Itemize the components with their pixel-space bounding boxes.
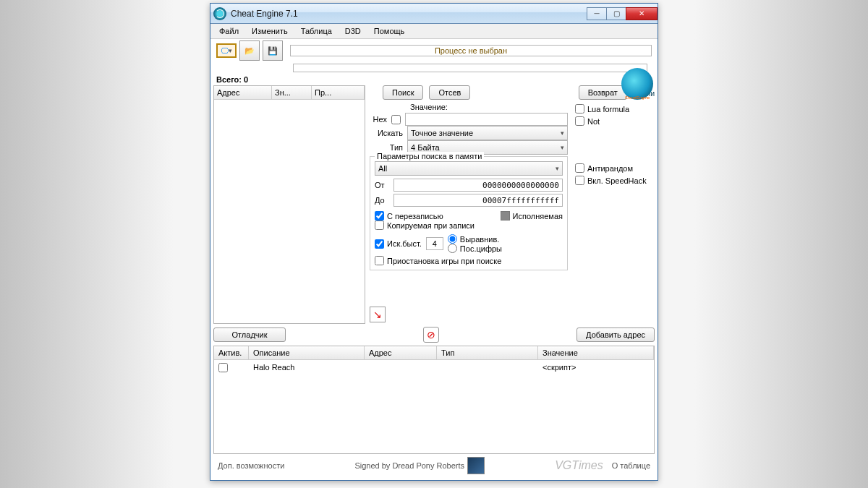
about-table-link[interactable]: О таблице xyxy=(612,461,650,470)
active-checkbox[interactable] xyxy=(218,363,228,372)
col-type[interactable]: Тип xyxy=(437,346,538,359)
add-address-button[interactable]: Добавить адрес xyxy=(576,328,655,342)
alignment-radio[interactable]: Выравнив. xyxy=(448,234,502,244)
table-row[interactable]: Halo Reach <скрипт> xyxy=(214,360,654,377)
results-list[interactable]: Адрес Зн... Пр... xyxy=(213,85,365,324)
from-label: От xyxy=(375,181,389,189)
range-start-input[interactable] xyxy=(393,179,563,192)
maximize-button[interactable]: ▢ xyxy=(606,7,626,20)
memory-scan-options: Параметры поиска в памяти All От До xyxy=(370,156,568,270)
menu-help[interactable]: Помощь xyxy=(368,25,411,37)
menu-table[interactable]: Таблица xyxy=(295,25,338,37)
col-address[interactable]: Адрес xyxy=(214,86,272,99)
menu-d3d[interactable]: D3D xyxy=(339,25,367,37)
row-description[interactable]: Halo Reach xyxy=(249,361,365,375)
first-scan-button[interactable]: Поиск xyxy=(383,85,423,100)
last-digits-radio[interactable]: Пос.цифры xyxy=(448,244,502,253)
folder-icon: 📂 xyxy=(244,46,255,56)
range-end-input[interactable] xyxy=(393,194,563,207)
col-addr[interactable]: Адрес xyxy=(365,346,437,359)
debugger-button[interactable]: Отладчик xyxy=(213,328,286,342)
scan-type-select[interactable]: Точное значение xyxy=(407,126,568,140)
save-button[interactable]: 💾 xyxy=(263,40,283,61)
app-icon xyxy=(213,7,226,20)
unrandomizer-checkbox[interactable]: Антирандом xyxy=(575,163,655,173)
value-label: Значение: xyxy=(370,103,568,111)
row-type[interactable] xyxy=(437,361,538,375)
region-select[interactable]: All xyxy=(375,161,563,176)
add-to-list-button[interactable]: ↘ xyxy=(370,307,386,322)
row-address[interactable] xyxy=(365,361,437,375)
minimize-button[interactable]: ─ xyxy=(587,7,607,20)
not-checkbox[interactable]: Not xyxy=(575,116,655,126)
advanced-options-link[interactable]: Доп. возможности xyxy=(218,461,284,470)
select-process-button[interactable]: 🖵 xyxy=(216,43,237,58)
copy-on-write-checkbox[interactable]: Копируемая при записи xyxy=(375,221,563,230)
menubar: Файл Изменить Таблица D3D Помощь xyxy=(210,24,658,39)
open-button[interactable]: 📂 xyxy=(239,40,260,61)
menu-edit[interactable]: Изменить xyxy=(246,25,294,37)
undo-scan-button[interactable]: Возврат xyxy=(579,85,627,100)
hex-label: Hex xyxy=(370,115,387,124)
col-prev[interactable]: Пр... xyxy=(312,86,365,99)
pause-game-checkbox[interactable]: Приостановка игры при поиске xyxy=(375,256,563,265)
titlebar[interactable]: Cheat Engine 7.1 ─ ▢ ✕ xyxy=(210,4,658,24)
process-label: Процесс не выбран xyxy=(290,45,652,56)
value-type-label: Тип xyxy=(370,143,403,152)
total-label: Всего: xyxy=(216,75,242,84)
menu-file[interactable]: Файл xyxy=(213,25,244,37)
monitor-icon: 🖵 xyxy=(221,46,229,55)
progress-bar xyxy=(293,64,647,72)
window-title: Cheat Engine 7.1 xyxy=(231,9,587,19)
author-avatar-icon xyxy=(467,457,485,474)
stop-icon[interactable]: ⊘ xyxy=(423,327,439,343)
col-description[interactable]: Описание xyxy=(249,346,365,359)
total-value: 0 xyxy=(244,75,248,84)
fieldset-legend: Параметры поиска в памяти xyxy=(375,152,484,160)
signed-by-label: Signed by Dread Pony Roberts xyxy=(354,461,464,470)
watermark: VGTimes xyxy=(555,459,603,472)
col-value[interactable]: Значение xyxy=(538,346,654,359)
writable-checkbox[interactable]: С перезаписью xyxy=(375,211,443,221)
col-active[interactable]: Актив. xyxy=(214,346,249,359)
cheat-table[interactable]: Актив. Описание Адрес Тип Значение Halo … xyxy=(213,346,655,454)
col-value[interactable]: Зн... xyxy=(272,86,312,99)
lua-formula-checkbox[interactable]: Lua formula xyxy=(575,104,655,114)
executable-checkbox[interactable]: Исполняемая xyxy=(501,211,563,221)
to-label: До xyxy=(375,196,389,205)
close-button[interactable]: ✕ xyxy=(626,7,658,20)
alignment-input[interactable] xyxy=(426,237,443,250)
scan-type-label: Искать xyxy=(370,129,403,137)
speedhack-checkbox[interactable]: Вкл. SpeedHack xyxy=(575,176,655,185)
cheat-engine-logo[interactable]: CheatEngine xyxy=(621,68,653,100)
value-input[interactable] xyxy=(405,113,568,126)
save-icon: 💾 xyxy=(268,46,278,56)
row-value[interactable]: <скрипт> xyxy=(538,361,654,375)
hex-checkbox[interactable] xyxy=(391,115,401,124)
fast-scan-checkbox[interactable]: Иск.быст. xyxy=(375,239,422,249)
next-scan-button[interactable]: Отсев xyxy=(429,85,470,100)
